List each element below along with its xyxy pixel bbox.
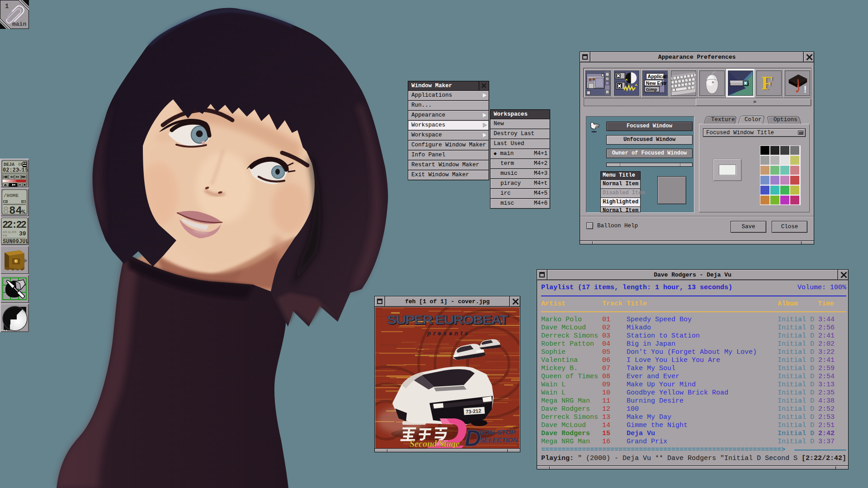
svg-text:22:22: 22:22 [2, 220, 27, 231]
svg-text:02:23: 02:23 [3, 167, 19, 174]
svg-text:8: 8 [21, 167, 24, 174]
svg-text:Second Stage: Second Stage [410, 439, 460, 449]
svg-text:Gimp: Gimp [646, 87, 657, 92]
svg-text:F: F [761, 72, 773, 94]
svg-text:39: 39 [19, 230, 26, 237]
svg-text:ALRM: ALRM [8, 230, 16, 234]
svg-text:Applicati: Applicati [648, 74, 668, 79]
svg-text:main: main [12, 21, 26, 28]
svg-text:DEJA: DEJA [4, 162, 14, 167]
svg-text:73-212: 73-212 [466, 408, 481, 414]
svg-text:!: ! [803, 84, 807, 94]
svg-text:1: 1 [5, 3, 9, 10]
svg-text:D: D [465, 426, 481, 449]
svg-text:New Entr: New Entr [646, 80, 667, 86]
svg-text:NON-STOP: NON-STOP [479, 428, 516, 436]
svg-text:PM: PM [3, 234, 7, 238]
svg-text:SUPER EUROBEAT: SUPER EUROBEAT [387, 313, 509, 327]
svg-text:SUN09JUL: SUN09JUL [3, 239, 29, 245]
svg-text:SELECTION: SELECTION [480, 436, 518, 444]
svg-text:84: 84 [9, 205, 22, 216]
svg-text:/HOME: /HOME [4, 193, 19, 198]
svg-text:%: % [22, 209, 25, 216]
svg-text:8: 8 [3, 205, 9, 216]
